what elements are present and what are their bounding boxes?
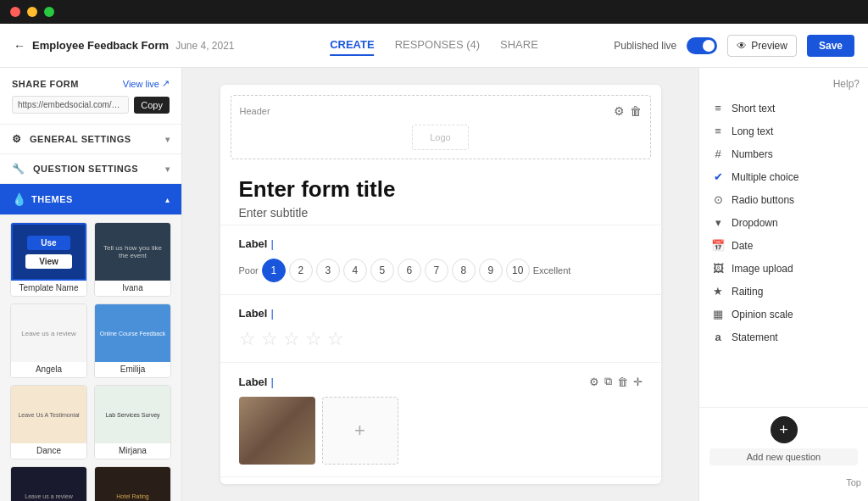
field-type-opinion-scale[interactable]: ▦ Opinion scale <box>703 303 865 326</box>
theme-card-3[interactable]: Leave us a review Angela <box>10 303 87 378</box>
field-type-radio-buttons[interactable]: ⊙ Radio buttons <box>703 188 865 211</box>
add-image-button[interactable]: + <box>322 397 398 465</box>
field-type-statement[interactable]: a Statement <box>703 326 865 348</box>
published-label: Published live <box>614 40 676 52</box>
field-type-multiple-choice[interactable]: ✔ Multiple choice <box>703 165 865 188</box>
header-block: Header ⚙ 🗑 Logo <box>231 95 651 159</box>
right-panel: Help? ≡ Short text ≡ Long text # Numbers… <box>698 68 868 501</box>
theme-card-6[interactable]: Lab Services Survey Mirjana <box>94 385 171 459</box>
theme-name-2: Ivana <box>95 281 170 296</box>
chevron-up-icon: ▴ <box>165 195 170 204</box>
scale-btn-4[interactable]: 4 <box>343 259 367 282</box>
logo-area: Logo <box>240 125 642 150</box>
question-label-3: Label | <box>239 376 274 388</box>
close-traffic-light[interactable] <box>10 7 20 17</box>
header-settings-icon[interactable]: ⚙ <box>614 104 625 118</box>
scale-btn-3[interactable]: 3 <box>316 259 340 282</box>
tab-create[interactable]: CREATE <box>330 35 374 56</box>
form-main-title[interactable]: Enter form title <box>239 176 643 203</box>
titlebar <box>0 0 868 24</box>
preview-button[interactable]: 👁 Preview <box>727 35 797 57</box>
theme-name-5: Dance <box>11 443 86 459</box>
field-type-raiting[interactable]: ★ Raiting <box>703 280 865 303</box>
field-types-list: ≡ Short text ≡ Long text # Numbers ✔ Mul… <box>699 97 868 407</box>
theme-card-5[interactable]: Leave Us A Testimonial Dance <box>10 385 87 459</box>
excellent-label: Excellent <box>533 265 571 276</box>
tab-share[interactable]: SHARE <box>500 35 538 56</box>
themes-label: THEMES <box>31 194 73 204</box>
scale-btn-9[interactable]: 9 <box>479 259 503 282</box>
question-block-header-3: Label | ⚙ ⧉ 🗑 ✛ <box>239 375 643 388</box>
block-add-icon[interactable]: ✛ <box>633 376 643 388</box>
save-button[interactable]: Save <box>807 35 854 57</box>
scale-btn-6[interactable]: 6 <box>398 259 421 282</box>
question-settings-label: QUESTION SETTINGS <box>33 164 138 174</box>
minimize-traffic-light[interactable] <box>27 7 37 17</box>
numbers-icon: # <box>711 148 725 160</box>
scale-btn-7[interactable]: 7 <box>425 259 448 282</box>
themes-header[interactable]: 💧 THEMES ▴ <box>0 184 181 214</box>
field-type-date[interactable]: 📅 Date <box>703 234 865 257</box>
field-type-dropdown[interactable]: ▾ Dropdown <box>703 211 865 234</box>
form-card: Header ⚙ 🗑 Logo Enter form title Enter s… <box>220 85 661 484</box>
numbers-label: Numbers <box>732 148 773 160</box>
star-4[interactable]: ☆ <box>305 328 322 350</box>
field-type-numbers[interactable]: # Numbers <box>703 142 865 165</box>
droplet-icon: 💧 <box>12 192 26 206</box>
star-2[interactable]: ☆ <box>261 328 278 350</box>
theme-card-2[interactable]: Tell us how you like the event Ivana <box>94 222 171 297</box>
copy-button[interactable]: Copy <box>134 97 170 114</box>
nav-tabs: CREATE RESPONSES (4) SHARE <box>330 35 538 56</box>
maximize-traffic-light[interactable] <box>44 7 54 17</box>
block-settings-icon[interactable]: ⚙ <box>589 376 599 388</box>
scale-btn-8[interactable]: 8 <box>452 259 476 282</box>
url-display: https://embedsocial.com/admin/edit_... <box>12 96 129 114</box>
published-toggle[interactable] <box>687 37 717 54</box>
question-settings-header[interactable]: 🔧 QUESTION SETTINGS ▾ <box>0 154 181 183</box>
scale-btn-10[interactable]: 10 <box>506 259 530 282</box>
back-arrow-icon[interactable]: ← <box>14 39 25 53</box>
themes-header-left: 💧 THEMES <box>12 192 73 206</box>
field-type-long-text[interactable]: ≡ Long text <box>703 120 865 142</box>
theme-preview-3: Leave us a review <box>11 304 86 362</box>
star-5[interactable]: ☆ <box>327 328 344 350</box>
form-subtitle[interactable]: Enter subtitle <box>239 206 643 220</box>
wrench-icon: 🔧 <box>12 163 25 175</box>
header-label: Header <box>240 106 270 116</box>
help-button[interactable]: Help? <box>699 78 868 97</box>
image-preview <box>239 397 315 465</box>
label-cursor-3: | <box>270 376 273 388</box>
block-copy-icon[interactable]: ⧉ <box>604 375 612 388</box>
logo-placeholder[interactable]: Logo <box>412 125 468 150</box>
field-type-short-text[interactable]: ≡ Short text <box>703 97 865 120</box>
theme-card-7[interactable]: Leave us a review <box>10 466 87 501</box>
theme-overlay-1: Use View <box>13 225 85 279</box>
header-delete-icon[interactable]: 🗑 <box>630 104 642 118</box>
gear-icon: ⚙ <box>12 133 22 145</box>
field-type-image-upload[interactable]: 🖼 Image upload <box>703 257 865 280</box>
general-settings-section: ⚙ GENERAL SETTINGS ▾ <box>0 125 181 154</box>
block-actions-3: ⚙ ⧉ 🗑 ✛ <box>589 375 643 388</box>
star-1[interactable]: ☆ <box>239 328 256 350</box>
general-settings-header[interactable]: ⚙ GENERAL SETTINGS ▾ <box>0 125 181 153</box>
theme-preview-4: Online Course Feedback <box>95 304 170 362</box>
theme-view-btn-1[interactable]: View <box>25 254 72 269</box>
theme-card-1[interactable]: Use View Template Name <box>10 222 87 297</box>
block-delete-icon[interactable]: 🗑 <box>617 376 628 388</box>
theme-use-btn-1[interactable]: Use <box>27 236 70 250</box>
rating-scale: Poor 1 2 3 4 5 6 7 8 9 10 Excellent <box>239 259 643 282</box>
scale-btn-5[interactable]: 5 <box>370 259 394 282</box>
scale-btn-1[interactable]: 1 <box>262 259 286 282</box>
sidebar: SHARE FORM View live ↗ https://embedsoci… <box>0 68 182 501</box>
image-upload-label: Image upload <box>732 263 793 275</box>
theme-card-4[interactable]: Online Course Feedback Emilija <box>94 303 171 378</box>
scale-btn-2[interactable]: 2 <box>289 259 313 282</box>
tab-responses[interactable]: RESPONSES (4) <box>395 35 480 56</box>
theme-card-8[interactable]: Hotel Rating <box>94 466 171 501</box>
add-question-area: + Add new question <box>699 407 868 474</box>
add-question-circle-button[interactable]: + <box>771 416 798 443</box>
star-3[interactable]: ☆ <box>283 328 300 350</box>
canvas-area: Header ⚙ 🗑 Logo Enter form title Enter s… <box>182 68 698 501</box>
view-live-link[interactable]: View live ↗ <box>123 78 170 89</box>
top-label[interactable]: Top <box>699 474 868 491</box>
